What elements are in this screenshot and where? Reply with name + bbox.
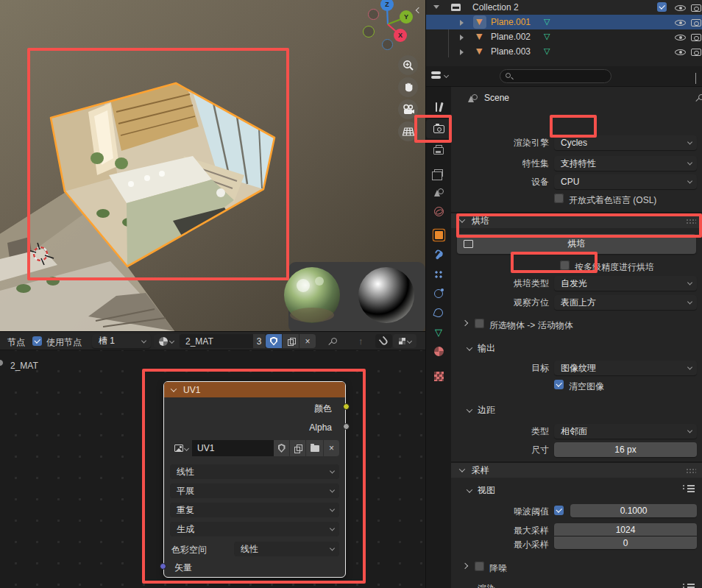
interpolation-dropdown[interactable]: 线性: [170, 464, 339, 479]
sel-to-active-checkbox[interactable]: [475, 319, 484, 328]
engine-dropdown[interactable]: Cycles: [554, 135, 697, 150]
tab-output[interactable]: [426, 141, 451, 160]
use-nodes-checkbox[interactable]: [32, 336, 42, 346]
denoise-checkbox[interactable]: [475, 562, 484, 571]
image-name-field[interactable]: UV1: [192, 440, 274, 456]
feature-set-dropdown[interactable]: 支持特性: [554, 156, 697, 171]
alpha-output-socket[interactable]: [343, 423, 350, 430]
fake-user-shield-button[interactable]: [266, 334, 282, 348]
tab-particles[interactable]: [426, 265, 451, 284]
disclosure-right-icon[interactable]: [460, 35, 464, 40]
collection-checkbox[interactable]: [657, 2, 667, 12]
output-subpanel-header[interactable]: 输出: [467, 342, 495, 355]
image-unlink-button[interactable]: ×: [324, 440, 339, 456]
render-visibility-icon[interactable]: [691, 34, 701, 41]
tab-view-layer[interactable]: [426, 163, 451, 183]
image-open-button[interactable]: [306, 440, 323, 456]
collection-name[interactable]: Collection 2: [472, 2, 519, 13]
panel-grip-icon[interactable]: [686, 219, 696, 224]
material-browse-button[interactable]: [154, 334, 179, 348]
bake-type-dropdown[interactable]: 自发光: [554, 276, 697, 291]
tab-texture[interactable]: [426, 366, 451, 386]
snap-toggle-button[interactable]: [375, 334, 392, 348]
editor-type-button[interactable]: [431, 71, 448, 79]
hide-eye-icon[interactable]: [675, 5, 686, 11]
disclosure-right-icon[interactable]: [460, 49, 464, 55]
hide-eye-icon[interactable]: [675, 49, 686, 55]
image-fake-user-button[interactable]: [274, 440, 289, 456]
material-name-field[interactable]: 2_MAT: [180, 334, 263, 348]
bake-panel-header[interactable]: 烘培: [451, 213, 702, 228]
go-to-parent-node-button[interactable]: ↑: [358, 336, 364, 347]
clear-image-checkbox[interactable]: [554, 380, 564, 389]
disclosure-right-icon[interactable]: [460, 20, 464, 26]
disclosure-down-icon[interactable]: [433, 5, 439, 9]
osl-checkbox[interactable]: [554, 194, 564, 203]
camera-view-button[interactable]: [398, 99, 418, 119]
tab-physics[interactable]: [426, 284, 451, 303]
chevron-right-icon[interactable]: [462, 320, 468, 326]
target-dropdown[interactable]: 图像纹理: [554, 361, 697, 375]
margin-size-field[interactable]: 16 px: [554, 442, 697, 457]
tab-object[interactable]: [426, 225, 451, 244]
image-copy-button[interactable]: [290, 440, 305, 456]
outliner-row-plane002[interactable]: ▼ Plane.002 ▽: [426, 29, 702, 44]
object-name[interactable]: Plane.003: [491, 46, 531, 57]
source-dropdown[interactable]: 生成: [170, 522, 339, 536]
grid-perspective-button[interactable]: [398, 121, 418, 141]
device-dropdown[interactable]: CPU: [554, 174, 697, 189]
properties-search[interactable]: [500, 69, 611, 83]
tab-render[interactable]: [426, 119, 451, 138]
tab-world[interactable]: [426, 202, 451, 221]
preset-menu-icon[interactable]: [683, 583, 695, 588]
zoom-button[interactable]: [398, 55, 418, 75]
node-menu[interactable]: 节点: [7, 336, 25, 349]
shader-editor-canvas[interactable]: 2_MAT UV1 颜色 Alpha UV1: [0, 350, 425, 588]
tab-modifiers[interactable]: [426, 246, 451, 265]
tab-constraints[interactable]: [426, 303, 451, 322]
sidebar-collapse-arrow[interactable]: [416, 4, 421, 15]
render-visibility-icon[interactable]: [691, 4, 701, 12]
gizmo-axis-x[interactable]: X: [394, 29, 407, 42]
colorspace-dropdown[interactable]: 线性: [234, 542, 339, 556]
filter-dropdown-button[interactable]: [695, 73, 696, 83]
noise-threshold-checkbox[interactable]: [554, 506, 564, 515]
color-output-socket[interactable]: [343, 403, 350, 410]
chevron-right-icon[interactable]: [462, 563, 468, 569]
copy-material-button[interactable]: [283, 334, 299, 348]
noise-threshold-field[interactable]: 0.1000: [570, 504, 697, 517]
tab-tool[interactable]: [426, 97, 451, 116]
panel-grip-icon[interactable]: [686, 468, 696, 473]
image-texture-node[interactable]: UV1 颜色 Alpha UV1: [163, 381, 346, 578]
margin-subpanel-header[interactable]: 边距: [467, 404, 495, 417]
search-input[interactable]: [517, 70, 605, 82]
object-name[interactable]: Plane.001: [491, 17, 531, 27]
viewport-sampling-subpanel-header[interactable]: 视图: [467, 484, 495, 497]
render-visibility-icon[interactable]: [691, 49, 701, 56]
tab-object-data[interactable]: ▽: [426, 322, 451, 341]
gizmo-axis-y-neg[interactable]: [363, 26, 375, 38]
outliner-row-collection[interactable]: Collection 2: [426, 0, 702, 15]
breadcrumb-label[interactable]: Scene: [484, 93, 509, 103]
slot-dropdown[interactable]: 槽 1: [92, 334, 151, 348]
max-samples-field[interactable]: 1024: [554, 523, 697, 536]
outliner-row-plane003[interactable]: ▼ Plane.003 ▽: [426, 44, 702, 59]
3d-viewport[interactable]: Z Y X: [0, 0, 425, 331]
node-header[interactable]: UV1: [164, 382, 345, 397]
min-samples-field[interactable]: 0: [554, 536, 697, 549]
gizmo-axis-y[interactable]: Y: [400, 10, 413, 24]
preset-menu-icon[interactable]: [683, 484, 695, 493]
hide-eye-icon[interactable]: [675, 35, 686, 40]
bake-button[interactable]: 烘培: [457, 234, 696, 254]
gizmo-axis-z-neg[interactable]: [382, 39, 393, 50]
view-from-dropdown[interactable]: 表面上方: [554, 295, 697, 310]
tab-material[interactable]: [426, 341, 451, 361]
projection-dropdown[interactable]: 平展: [170, 483, 339, 498]
render-sampling-subpanel-header[interactable]: 渲染: [467, 583, 495, 588]
render-visibility-icon[interactable]: [691, 19, 701, 26]
multires-checkbox[interactable]: [560, 261, 570, 270]
image-browse-button[interactable]: [170, 440, 192, 456]
unlink-material-button[interactable]: ×: [299, 334, 316, 348]
outliner-row-plane001[interactable]: ▼ Plane.001 ▽: [426, 15, 702, 29]
snap-target-dropdown[interactable]: [393, 334, 416, 348]
